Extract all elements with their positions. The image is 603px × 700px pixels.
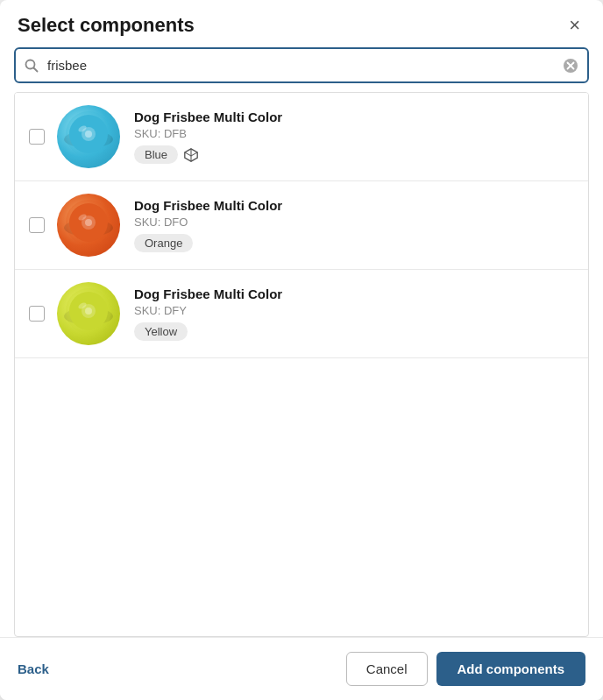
item-name-1: Dog Frisbee Multi Color bbox=[134, 110, 574, 124]
close-button[interactable]: × bbox=[564, 14, 585, 37]
list-item: Dog Frisbee Multi Color SKU: DFB Blue bbox=[15, 93, 588, 181]
footer-actions: Cancel Add components bbox=[346, 652, 585, 686]
item-info-1: Dog Frisbee Multi Color SKU: DFB Blue bbox=[134, 110, 574, 164]
item-checkbox-2[interactable] bbox=[29, 217, 45, 233]
search-icon bbox=[16, 59, 47, 73]
search-input[interactable] bbox=[47, 49, 554, 81]
item-tags-3: Yellow bbox=[134, 322, 574, 341]
cancel-button[interactable]: Cancel bbox=[346, 652, 428, 686]
item-checkbox-1[interactable] bbox=[29, 129, 45, 145]
item-image-1 bbox=[57, 105, 120, 168]
item-image-2 bbox=[57, 194, 120, 257]
item-tags-1: Blue bbox=[134, 145, 574, 164]
svg-line-1 bbox=[34, 67, 38, 71]
modal-header: Select components × bbox=[0, 0, 603, 47]
modal-title: Select components bbox=[18, 14, 195, 37]
item-name-3: Dog Frisbee Multi Color bbox=[134, 286, 574, 301]
modal-footer: Back Cancel Add components bbox=[0, 637, 603, 700]
item-tags-2: Orange bbox=[134, 234, 574, 252]
color-tag-1: Blue bbox=[134, 145, 178, 164]
search-bar bbox=[14, 47, 589, 83]
svg-point-9 bbox=[85, 131, 92, 138]
item-checkbox-3[interactable] bbox=[29, 306, 45, 322]
clear-search-button[interactable] bbox=[554, 58, 587, 74]
item-image-3 bbox=[57, 282, 120, 345]
item-name-2: Dog Frisbee Multi Color bbox=[134, 198, 574, 213]
item-sku-3: SKU: DFY bbox=[134, 304, 574, 317]
select-components-modal: Select components × bbox=[0, 0, 603, 700]
color-tag-3: Yellow bbox=[134, 322, 188, 341]
list-item: Dog Frisbee Multi Color SKU: DFO Orange bbox=[15, 181, 588, 270]
svg-point-15 bbox=[85, 219, 92, 226]
item-sku-1: SKU: DFB bbox=[134, 127, 574, 140]
results-list: Dog Frisbee Multi Color SKU: DFB Blue bbox=[14, 92, 589, 637]
item-info-3: Dog Frisbee Multi Color SKU: DFY Yellow bbox=[134, 286, 574, 341]
cube-icon-1 bbox=[183, 147, 199, 163]
back-button[interactable]: Back bbox=[18, 661, 49, 676]
item-sku-2: SKU: DFO bbox=[134, 216, 574, 229]
svg-point-21 bbox=[85, 308, 92, 315]
add-components-button[interactable]: Add components bbox=[436, 652, 586, 686]
empty-results-area bbox=[15, 358, 588, 621]
list-item: Dog Frisbee Multi Color SKU: DFY Yellow bbox=[15, 270, 588, 358]
color-tag-2: Orange bbox=[134, 234, 193, 252]
item-info-2: Dog Frisbee Multi Color SKU: DFO Orange bbox=[134, 198, 574, 252]
